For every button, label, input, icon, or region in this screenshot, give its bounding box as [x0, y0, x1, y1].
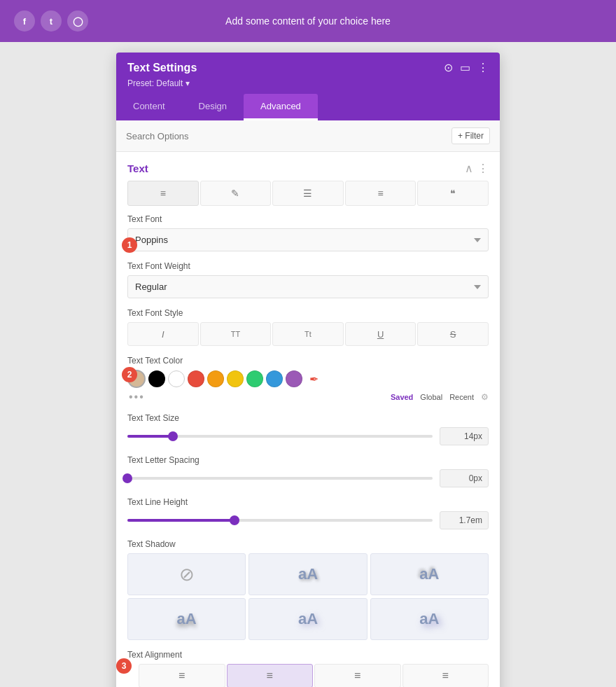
font-style-setting: Text Font Style I TT Tt U S [127, 308, 489, 346]
align-justify-button[interactable]: ≡ [402, 664, 489, 687]
letter-spacing-label: Text Letter Spacing [127, 455, 489, 465]
color-purple[interactable] [286, 370, 302, 387]
text-section-header: Text ∧ ⋮ [127, 152, 489, 181]
font-weight-setting: Text Font Weight Regular Bold Light [127, 261, 489, 298]
section-more-icon[interactable]: ⋮ [477, 162, 489, 175]
search-bar: + Filter [116, 120, 500, 152]
line-height-value[interactable]: 1.7em [440, 511, 489, 529]
line-height-label: Text Line Height [127, 497, 489, 507]
font-setting: Text Font 1 Poppins Arial Roboto [127, 214, 489, 251]
recent-tab[interactable]: Recent [449, 393, 474, 401]
badge-2: 2 [122, 367, 137, 382]
color-label: Text Text Color [127, 356, 489, 366]
tab-design[interactable]: Design [182, 94, 244, 120]
filter-button[interactable]: + Filter [451, 127, 490, 144]
font-style-label: Text Font Style [127, 308, 489, 318]
panel-preset[interactable]: Preset: Default ▾ [127, 78, 489, 94]
underline-button[interactable]: U [345, 322, 416, 346]
font-label: Text Font [127, 214, 489, 224]
format-icons-row: ≡ ✎ ☰ ≡ ❝ [127, 181, 489, 206]
badge-3: 3 [116, 658, 132, 674]
shadow-option-5[interactable]: aA [370, 598, 489, 640]
letter-spacing-value[interactable]: 0px [440, 469, 489, 487]
text-size-slider-row: 14px [127, 427, 489, 445]
letter-spacing-setting: Text Letter Spacing 0px [127, 455, 489, 487]
fullscreen-icon[interactable]: ⊙ [444, 61, 453, 74]
text-size-slider[interactable] [127, 435, 433, 438]
social-icons: f t ◯ [14, 11, 88, 32]
format-list2-icon[interactable]: ≡ [345, 181, 416, 206]
twitter-icon[interactable]: t [41, 11, 62, 32]
line-height-setting: Text Line Height 1.7em [127, 497, 489, 529]
color-yellow[interactable] [227, 370, 244, 387]
tab-content[interactable]: Content [116, 94, 182, 120]
text-shadow-label: Text Shadow [127, 539, 489, 549]
pipette-icon[interactable]: ✒ [305, 370, 322, 387]
layout-icon[interactable]: ▭ [460, 61, 470, 74]
uppercase-button[interactable]: TT [200, 322, 272, 346]
shadow-grid: ⊘ aA aA aA aA aA [127, 553, 489, 640]
shadow-none[interactable]: ⊘ [127, 553, 246, 595]
section-title: Text [127, 162, 148, 174]
global-tab[interactable]: Global [420, 393, 442, 401]
capitalize-button[interactable]: Tt [272, 322, 344, 346]
align-left-button[interactable]: ≡ [139, 664, 225, 687]
text-size-label: Text Text Size [127, 413, 489, 423]
top-bar: f t ◯ Add some content of your choice he… [0, 0, 616, 42]
strikethrough-button[interactable]: S [417, 322, 489, 346]
panel-title-row: Text Settings ⊙ ▭ ⋮ [127, 61, 489, 78]
panel-header: Text Settings ⊙ ▭ ⋮ Preset: Default ▾ [116, 53, 500, 94]
italic-button[interactable]: I [127, 322, 199, 346]
font-select[interactable]: Poppins Arial Roboto [127, 228, 489, 251]
align-right-button[interactable]: ≡ [314, 664, 401, 687]
section-controls: ∧ ⋮ [465, 162, 489, 175]
color-white[interactable] [168, 370, 185, 387]
letter-spacing-slider-row: 0px [127, 469, 489, 487]
line-height-slider[interactable] [127, 519, 433, 522]
letter-spacing-slider[interactable] [127, 477, 433, 480]
top-bar-text: Add some content of your choice here [225, 15, 391, 27]
badge-1: 1 [122, 237, 137, 253]
color-setting: Text Text Color 2 ✒ [127, 356, 489, 403]
saved-tab[interactable]: Saved [391, 393, 413, 401]
color-green[interactable] [246, 370, 263, 387]
tabs: Content Design Advanced [116, 94, 500, 120]
format-edit-icon[interactable]: ✎ [200, 181, 272, 206]
panel-title-icons: ⊙ ▭ ⋮ [444, 61, 489, 74]
font-weight-select[interactable]: Regular Bold Light [127, 275, 489, 298]
color-blue[interactable] [266, 370, 283, 387]
panel-title: Text Settings [127, 62, 197, 74]
facebook-icon[interactable]: f [14, 11, 35, 32]
line-height-slider-row: 1.7em [127, 511, 489, 529]
main-area: Text Settings ⊙ ▭ ⋮ Preset: Default ▾ Co… [0, 42, 616, 687]
shadow-option-2[interactable]: aA [370, 553, 489, 595]
text-size-value[interactable]: 14px [440, 427, 489, 445]
text-alignment-label: Text Alignment [127, 650, 489, 660]
format-list-icon[interactable]: ☰ [272, 181, 344, 206]
more-icon[interactable]: ⋮ [477, 61, 489, 74]
text-shadow-setting: Text Shadow ⊘ aA aA aA aA [127, 539, 489, 640]
align-buttons: ≡ ≡ ≡ ≡ [139, 664, 489, 687]
more-colors-dots[interactable]: ••• [129, 391, 145, 403]
shadow-option-4[interactable]: aA [248, 598, 367, 640]
tab-advanced[interactable]: Advanced [244, 94, 318, 120]
font-weight-label: Text Font Weight [127, 261, 489, 271]
collapse-icon[interactable]: ∧ [465, 162, 473, 175]
color-orange[interactable] [207, 370, 224, 387]
text-alignment-setting: Text Alignment 3 ≡ ≡ ≡ ≡ [127, 650, 489, 687]
panel-content: Text ∧ ⋮ ≡ ✎ ☰ ≡ ❝ Text Font 1 [116, 152, 500, 687]
shadow-option-3[interactable]: aA [127, 598, 246, 640]
settings-panel: Text Settings ⊙ ▭ ⋮ Preset: Default ▾ Co… [116, 53, 500, 687]
style-buttons: I TT Tt U S [127, 322, 489, 346]
align-center-button[interactable]: ≡ [227, 664, 314, 687]
text-size-setting: Text Text Size 14px [127, 413, 489, 445]
format-quote-icon[interactable]: ❝ [417, 181, 489, 206]
color-red[interactable] [188, 370, 204, 387]
format-align-icon[interactable]: ≡ [127, 181, 199, 206]
search-input[interactable] [126, 131, 451, 141]
color-settings-gear[interactable]: ⚙ [481, 392, 489, 402]
shadow-option-1[interactable]: aA [248, 553, 367, 595]
color-palette: 2 ✒ [127, 370, 489, 388]
instagram-icon[interactable]: ◯ [67, 11, 88, 32]
color-black[interactable] [148, 370, 165, 387]
